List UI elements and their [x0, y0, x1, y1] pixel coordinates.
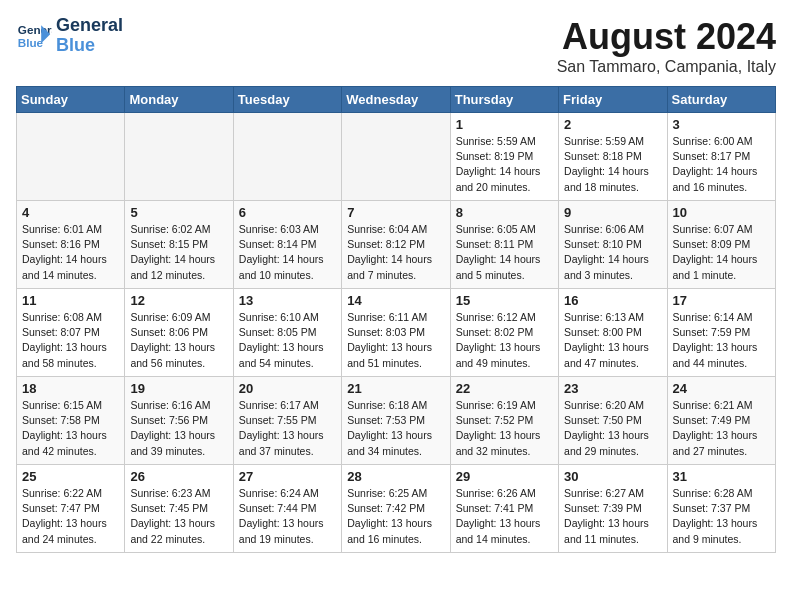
day-number: 11: [22, 293, 119, 308]
day-number: 20: [239, 381, 336, 396]
day-number: 6: [239, 205, 336, 220]
day-number: 28: [347, 469, 444, 484]
header-sunday: Sunday: [17, 87, 125, 113]
header-thursday: Thursday: [450, 87, 558, 113]
day-info: Sunrise: 6:17 AMSunset: 7:55 PMDaylight:…: [239, 398, 336, 459]
day-info: Sunrise: 6:18 AMSunset: 7:53 PMDaylight:…: [347, 398, 444, 459]
day-number: 3: [673, 117, 770, 132]
logo-icon: General Blue: [16, 18, 52, 54]
day-number: 31: [673, 469, 770, 484]
week-row-2: 11Sunrise: 6:08 AMSunset: 8:07 PMDayligh…: [17, 289, 776, 377]
location-title: San Tammaro, Campania, Italy: [557, 58, 776, 76]
day-number: 12: [130, 293, 227, 308]
calendar-cell: 2Sunrise: 5:59 AMSunset: 8:18 PMDaylight…: [559, 113, 667, 201]
day-info: Sunrise: 6:01 AMSunset: 8:16 PMDaylight:…: [22, 222, 119, 283]
day-info: Sunrise: 6:24 AMSunset: 7:44 PMDaylight:…: [239, 486, 336, 547]
calendar-cell: [342, 113, 450, 201]
day-info: Sunrise: 6:09 AMSunset: 8:06 PMDaylight:…: [130, 310, 227, 371]
day-info: Sunrise: 5:59 AMSunset: 8:18 PMDaylight:…: [564, 134, 661, 195]
day-info: Sunrise: 6:04 AMSunset: 8:12 PMDaylight:…: [347, 222, 444, 283]
logo-text: General Blue: [56, 16, 123, 56]
calendar-cell: 28Sunrise: 6:25 AMSunset: 7:42 PMDayligh…: [342, 465, 450, 553]
day-info: Sunrise: 6:02 AMSunset: 8:15 PMDaylight:…: [130, 222, 227, 283]
day-number: 17: [673, 293, 770, 308]
week-row-4: 25Sunrise: 6:22 AMSunset: 7:47 PMDayligh…: [17, 465, 776, 553]
header-saturday: Saturday: [667, 87, 775, 113]
calendar-cell: 3Sunrise: 6:00 AMSunset: 8:17 PMDaylight…: [667, 113, 775, 201]
header-tuesday: Tuesday: [233, 87, 341, 113]
calendar-cell: 12Sunrise: 6:09 AMSunset: 8:06 PMDayligh…: [125, 289, 233, 377]
day-info: Sunrise: 6:20 AMSunset: 7:50 PMDaylight:…: [564, 398, 661, 459]
day-number: 1: [456, 117, 553, 132]
day-number: 14: [347, 293, 444, 308]
day-info: Sunrise: 6:12 AMSunset: 8:02 PMDaylight:…: [456, 310, 553, 371]
day-info: Sunrise: 6:15 AMSunset: 7:58 PMDaylight:…: [22, 398, 119, 459]
header: General Blue General Blue August 2024 Sa…: [16, 16, 776, 76]
day-number: 19: [130, 381, 227, 396]
day-number: 5: [130, 205, 227, 220]
day-number: 2: [564, 117, 661, 132]
calendar-cell: 24Sunrise: 6:21 AMSunset: 7:49 PMDayligh…: [667, 377, 775, 465]
calendar-cell: 16Sunrise: 6:13 AMSunset: 8:00 PMDayligh…: [559, 289, 667, 377]
calendar-cell: 27Sunrise: 6:24 AMSunset: 7:44 PMDayligh…: [233, 465, 341, 553]
calendar-cell: 29Sunrise: 6:26 AMSunset: 7:41 PMDayligh…: [450, 465, 558, 553]
calendar-cell: [233, 113, 341, 201]
day-info: Sunrise: 6:25 AMSunset: 7:42 PMDaylight:…: [347, 486, 444, 547]
day-number: 25: [22, 469, 119, 484]
calendar-cell: 19Sunrise: 6:16 AMSunset: 7:56 PMDayligh…: [125, 377, 233, 465]
header-wednesday: Wednesday: [342, 87, 450, 113]
calendar-cell: [17, 113, 125, 201]
month-title: August 2024: [557, 16, 776, 58]
day-info: Sunrise: 6:07 AMSunset: 8:09 PMDaylight:…: [673, 222, 770, 283]
week-row-0: 1Sunrise: 5:59 AMSunset: 8:19 PMDaylight…: [17, 113, 776, 201]
calendar-cell: 10Sunrise: 6:07 AMSunset: 8:09 PMDayligh…: [667, 201, 775, 289]
calendar-cell: 9Sunrise: 6:06 AMSunset: 8:10 PMDaylight…: [559, 201, 667, 289]
day-number: 27: [239, 469, 336, 484]
day-number: 9: [564, 205, 661, 220]
day-number: 18: [22, 381, 119, 396]
day-info: Sunrise: 6:23 AMSunset: 7:45 PMDaylight:…: [130, 486, 227, 547]
svg-text:Blue: Blue: [18, 36, 44, 49]
day-number: 7: [347, 205, 444, 220]
day-info: Sunrise: 6:28 AMSunset: 7:37 PMDaylight:…: [673, 486, 770, 547]
calendar-cell: 4Sunrise: 6:01 AMSunset: 8:16 PMDaylight…: [17, 201, 125, 289]
day-info: Sunrise: 6:19 AMSunset: 7:52 PMDaylight:…: [456, 398, 553, 459]
day-number: 21: [347, 381, 444, 396]
day-number: 24: [673, 381, 770, 396]
header-monday: Monday: [125, 87, 233, 113]
calendar-cell: 1Sunrise: 5:59 AMSunset: 8:19 PMDaylight…: [450, 113, 558, 201]
calendar-cell: 17Sunrise: 6:14 AMSunset: 7:59 PMDayligh…: [667, 289, 775, 377]
calendar-cell: 30Sunrise: 6:27 AMSunset: 7:39 PMDayligh…: [559, 465, 667, 553]
day-info: Sunrise: 6:06 AMSunset: 8:10 PMDaylight:…: [564, 222, 661, 283]
calendar-cell: 18Sunrise: 6:15 AMSunset: 7:58 PMDayligh…: [17, 377, 125, 465]
day-info: Sunrise: 6:21 AMSunset: 7:49 PMDaylight:…: [673, 398, 770, 459]
day-info: Sunrise: 6:05 AMSunset: 8:11 PMDaylight:…: [456, 222, 553, 283]
week-row-3: 18Sunrise: 6:15 AMSunset: 7:58 PMDayligh…: [17, 377, 776, 465]
day-info: Sunrise: 5:59 AMSunset: 8:19 PMDaylight:…: [456, 134, 553, 195]
day-number: 26: [130, 469, 227, 484]
day-number: 30: [564, 469, 661, 484]
calendar-cell: 25Sunrise: 6:22 AMSunset: 7:47 PMDayligh…: [17, 465, 125, 553]
day-number: 13: [239, 293, 336, 308]
calendar-cell: [125, 113, 233, 201]
calendar-cell: 8Sunrise: 6:05 AMSunset: 8:11 PMDaylight…: [450, 201, 558, 289]
calendar-table: SundayMondayTuesdayWednesdayThursdayFrid…: [16, 86, 776, 553]
day-info: Sunrise: 6:08 AMSunset: 8:07 PMDaylight:…: [22, 310, 119, 371]
day-info: Sunrise: 6:13 AMSunset: 8:00 PMDaylight:…: [564, 310, 661, 371]
calendar-cell: 31Sunrise: 6:28 AMSunset: 7:37 PMDayligh…: [667, 465, 775, 553]
week-row-1: 4Sunrise: 6:01 AMSunset: 8:16 PMDaylight…: [17, 201, 776, 289]
calendar-cell: 21Sunrise: 6:18 AMSunset: 7:53 PMDayligh…: [342, 377, 450, 465]
calendar-cell: 5Sunrise: 6:02 AMSunset: 8:15 PMDaylight…: [125, 201, 233, 289]
header-friday: Friday: [559, 87, 667, 113]
title-area: August 2024 San Tammaro, Campania, Italy: [557, 16, 776, 76]
day-number: 22: [456, 381, 553, 396]
day-number: 10: [673, 205, 770, 220]
day-number: 4: [22, 205, 119, 220]
day-info: Sunrise: 6:03 AMSunset: 8:14 PMDaylight:…: [239, 222, 336, 283]
day-info: Sunrise: 6:11 AMSunset: 8:03 PMDaylight:…: [347, 310, 444, 371]
day-number: 23: [564, 381, 661, 396]
header-row: SundayMondayTuesdayWednesdayThursdayFrid…: [17, 87, 776, 113]
calendar-cell: 6Sunrise: 6:03 AMSunset: 8:14 PMDaylight…: [233, 201, 341, 289]
calendar-cell: 13Sunrise: 6:10 AMSunset: 8:05 PMDayligh…: [233, 289, 341, 377]
calendar-cell: 11Sunrise: 6:08 AMSunset: 8:07 PMDayligh…: [17, 289, 125, 377]
